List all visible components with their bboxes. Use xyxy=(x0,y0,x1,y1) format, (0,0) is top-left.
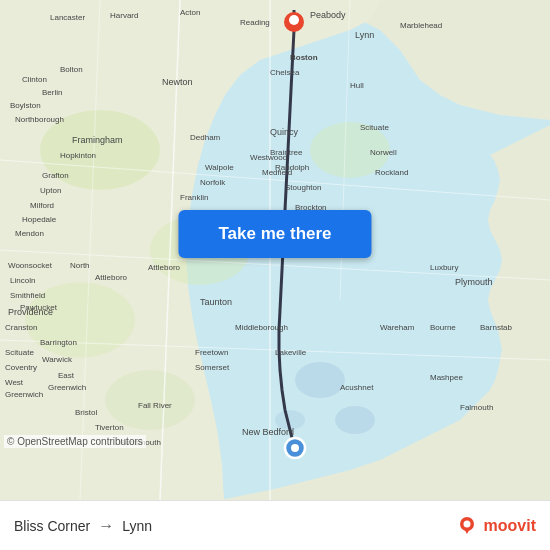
svg-text:West: West xyxy=(5,378,24,387)
svg-text:Wareham: Wareham xyxy=(380,323,415,332)
svg-text:Acushnet: Acushnet xyxy=(340,383,374,392)
svg-text:Scituate: Scituate xyxy=(360,123,389,132)
svg-text:Norfolk: Norfolk xyxy=(200,178,226,187)
svg-text:Scituate: Scituate xyxy=(5,348,34,357)
svg-text:Tiverton: Tiverton xyxy=(95,423,124,432)
svg-text:Bristol: Bristol xyxy=(75,408,97,417)
svg-text:Marblehead: Marblehead xyxy=(400,21,442,30)
destination-label: Lynn xyxy=(122,518,152,534)
svg-text:Norwell: Norwell xyxy=(370,148,397,157)
osm-attribution: © OpenStreetMap contributors xyxy=(4,435,146,448)
arrow-icon: → xyxy=(98,517,114,535)
svg-text:Somerset: Somerset xyxy=(195,363,230,372)
svg-text:Peabody: Peabody xyxy=(310,10,346,20)
svg-marker-98 xyxy=(463,527,471,534)
svg-text:Acton: Acton xyxy=(180,8,200,17)
moovit-text: moovit xyxy=(484,517,536,535)
svg-text:Lynn: Lynn xyxy=(355,30,374,40)
svg-text:Lincoln: Lincoln xyxy=(10,276,35,285)
svg-text:Bolton: Bolton xyxy=(60,65,83,74)
svg-text:Northborough: Northborough xyxy=(15,115,64,124)
svg-text:Framingham: Framingham xyxy=(72,135,123,145)
svg-text:Boylston: Boylston xyxy=(10,101,41,110)
svg-point-11 xyxy=(335,406,375,434)
svg-point-96 xyxy=(291,444,299,452)
svg-text:Grafton: Grafton xyxy=(42,171,69,180)
svg-text:Rockland: Rockland xyxy=(375,168,408,177)
svg-text:Franklin: Franklin xyxy=(180,193,208,202)
svg-text:Walpole: Walpole xyxy=(205,163,234,172)
svg-text:Lakeville: Lakeville xyxy=(275,348,307,357)
svg-point-8 xyxy=(105,370,195,430)
svg-text:East: East xyxy=(58,371,75,380)
map-container[interactable]: Peabody Reading Acton Harvard Lancaster … xyxy=(0,0,550,500)
moovit-logo: moovit xyxy=(455,514,536,538)
svg-text:Clinton: Clinton xyxy=(22,75,47,84)
svg-text:Freetown: Freetown xyxy=(195,348,228,357)
svg-text:Boston: Boston xyxy=(290,53,318,62)
svg-text:Woonsocket: Woonsocket xyxy=(8,261,53,270)
svg-point-94 xyxy=(289,15,299,25)
route-info: Bliss Corner → Lynn xyxy=(14,517,152,535)
svg-point-10 xyxy=(295,362,345,398)
svg-text:Reading: Reading xyxy=(240,18,270,27)
svg-text:Middleborough: Middleborough xyxy=(235,323,288,332)
svg-text:Hopedale: Hopedale xyxy=(22,215,57,224)
svg-text:Hull: Hull xyxy=(350,81,364,90)
svg-text:Stoughton: Stoughton xyxy=(285,183,321,192)
svg-text:Falmouth: Falmouth xyxy=(460,403,493,412)
svg-text:Newton: Newton xyxy=(162,77,193,87)
svg-text:Mashpee: Mashpee xyxy=(430,373,463,382)
svg-text:Cranston: Cranston xyxy=(5,323,37,332)
svg-text:Coventry: Coventry xyxy=(5,363,37,372)
svg-text:Attleboro: Attleboro xyxy=(95,273,128,282)
svg-text:Randolph: Randolph xyxy=(275,163,309,172)
bottom-bar: Bliss Corner → Lynn moovit xyxy=(0,500,550,550)
svg-text:Lancaster: Lancaster xyxy=(50,13,85,22)
svg-text:New Bedford: New Bedford xyxy=(242,427,294,437)
svg-text:Barrington: Barrington xyxy=(40,338,77,347)
svg-text:Quincy: Quincy xyxy=(270,127,299,137)
svg-text:Dedham: Dedham xyxy=(190,133,221,142)
svg-text:Bourne: Bourne xyxy=(430,323,456,332)
svg-point-99 xyxy=(463,520,470,527)
svg-text:Warwick: Warwick xyxy=(42,355,73,364)
svg-text:Greenwich: Greenwich xyxy=(5,390,43,399)
svg-text:Luxbury: Luxbury xyxy=(430,263,458,272)
svg-text:Greenwich: Greenwich xyxy=(48,383,86,392)
svg-text:Pawtucket: Pawtucket xyxy=(20,303,58,312)
svg-text:Harvard: Harvard xyxy=(110,11,138,20)
moovit-icon xyxy=(455,514,479,538)
origin-label: Bliss Corner xyxy=(14,518,90,534)
svg-text:North: North xyxy=(70,261,90,270)
svg-text:Fall River: Fall River xyxy=(138,401,172,410)
svg-text:Braintree: Braintree xyxy=(270,148,303,157)
svg-text:Plymouth: Plymouth xyxy=(455,277,493,287)
svg-text:Taunton: Taunton xyxy=(200,297,232,307)
svg-text:Milford: Milford xyxy=(30,201,54,210)
svg-text:Upton: Upton xyxy=(40,186,61,195)
svg-text:Berlin: Berlin xyxy=(42,88,62,97)
svg-text:Hopkinton: Hopkinton xyxy=(60,151,96,160)
svg-text:Attleboro: Attleboro xyxy=(148,263,181,272)
take-me-there-button[interactable]: Take me there xyxy=(178,210,371,258)
svg-text:Chelsea: Chelsea xyxy=(270,68,300,77)
svg-text:Smithfield: Smithfield xyxy=(10,291,45,300)
svg-text:Barnstab: Barnstab xyxy=(480,323,513,332)
svg-text:Mendon: Mendon xyxy=(15,229,44,238)
